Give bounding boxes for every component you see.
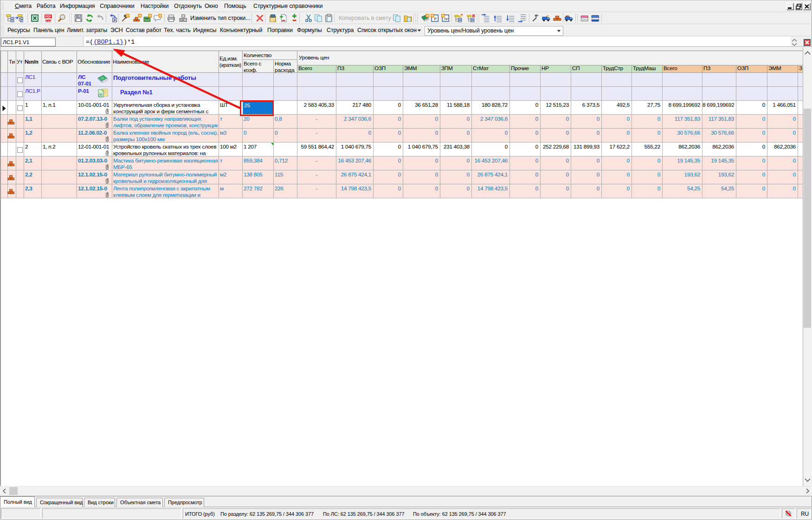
svg-text:ПР: ПР	[444, 18, 449, 21]
svg-text:P: P	[434, 17, 437, 21]
svg-text:PDF: PDF	[45, 15, 52, 18]
svg-text:Р: Р	[100, 94, 102, 97]
